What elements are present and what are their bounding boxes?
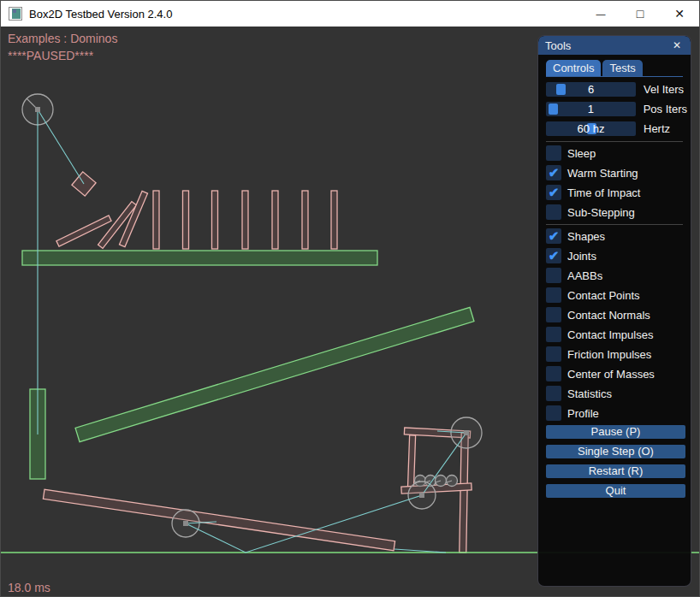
checkbox-label: Profile	[567, 407, 599, 420]
checkbox-label: Contact Impulses	[567, 328, 653, 341]
checkbox-label: AABBs	[567, 269, 602, 282]
app-icon	[9, 7, 22, 21]
slider-row-vel-iters: 6 Vel Iters	[546, 82, 687, 97]
simulation-canvas[interactable]: Examples : Dominos ****PAUSED**** 18.0 m…	[1, 27, 699, 596]
separator	[546, 141, 683, 142]
domino-platform	[22, 251, 377, 265]
static-ramp	[75, 307, 474, 441]
domino[interactable]	[183, 191, 189, 249]
checkbox-label: Friction Impulses	[567, 348, 651, 361]
checkbox-row-contact-points[interactable]: Contact Points	[546, 287, 687, 303]
checkbox[interactable]: ✔	[546, 248, 561, 263]
joint-anchor	[183, 521, 188, 526]
domino[interactable]	[153, 191, 159, 249]
pos-iters-value: 1	[546, 102, 636, 116]
checkbox[interactable]	[546, 405, 561, 421]
checkbox-label: Warm Starting	[567, 167, 638, 180]
checkmark-icon: ✔	[549, 165, 560, 180]
example-label: Examples : Dominos	[8, 32, 117, 45]
checkbox-row-joints[interactable]: ✔ Joints	[546, 248, 687, 263]
os-titlebar: Box2D Testbed Version 2.4.0 — □ ✕	[1, 1, 699, 27]
checkbox-row-center-of-masses[interactable]: Center of Masses	[546, 366, 687, 381]
checkbox-row-statistics[interactable]: Statistics	[546, 386, 687, 401]
domino[interactable]	[331, 191, 337, 249]
checkbox-label: Sub-Stepping	[567, 206, 635, 219]
pause-button[interactable]: Pause (P)	[546, 425, 685, 439]
quit-button[interactable]: Quit	[546, 484, 685, 498]
single-step-button[interactable]: Single Step (O)	[546, 445, 685, 458]
checkbox-row-shapes[interactable]: ✔ Shapes	[546, 228, 687, 244]
checkbox[interactable]	[546, 268, 561, 283]
checkbox-row-time-of-impact[interactable]: ✔ Time of Impact	[546, 185, 687, 200]
checkmark-icon: ✔	[549, 228, 560, 244]
checkbox-row-profile[interactable]: Profile	[546, 405, 687, 421]
checkbox-label: Shapes	[567, 230, 605, 243]
paused-label: ****PAUSED****	[8, 49, 93, 62]
hertz-label: Hertz	[644, 122, 670, 135]
checkbox[interactable]	[546, 204, 561, 220]
tab-tests[interactable]: Tests	[602, 60, 642, 76]
joint-anchor	[419, 493, 424, 498]
tools-panel-title: Tools	[545, 39, 670, 52]
frame-time-label: 18.0 ms	[8, 581, 50, 594]
checkbox-row-sub-stepping[interactable]: Sub-Stepping	[546, 204, 687, 220]
joint-anchor	[464, 430, 469, 435]
checkbox[interactable]	[546, 327, 561, 342]
seesaw-plank[interactable]	[43, 489, 394, 550]
vel-iters-value: 6	[546, 82, 636, 97]
checkbox-label: Statistics	[567, 387, 612, 400]
checkbox[interactable]	[546, 366, 561, 381]
close-button[interactable]: ✕	[660, 1, 699, 27]
domino[interactable]	[272, 191, 278, 249]
vel-iters-slider[interactable]: 6	[546, 82, 636, 97]
app-window: Box2D Testbed Version 2.4.0 — □ ✕	[0, 0, 700, 597]
checkbox-row-contact-impulses[interactable]: Contact Impulses	[546, 327, 687, 342]
checkbox[interactable]	[546, 346, 561, 362]
pos-iters-label: Pos Iters	[644, 103, 687, 115]
checkbox-row-sleep[interactable]: Sleep	[546, 145, 687, 161]
maximize-button[interactable]: □	[620, 1, 660, 27]
tools-panel-titlebar[interactable]: Tools ✕	[538, 36, 691, 55]
tabbar: Controls Tests	[546, 60, 683, 77]
checkbox-row-warm-starting[interactable]: ✔ Warm Starting	[546, 165, 687, 180]
checkbox-label: Sleep	[567, 147, 596, 160]
domino[interactable]	[212, 191, 218, 249]
vel-iters-label: Vel Iters	[644, 83, 684, 96]
checkbox-label: Contact Points	[567, 289, 640, 302]
checkmark-icon: ✔	[549, 185, 560, 200]
slider-row-hertz: 60 hz Hertz	[546, 121, 687, 136]
checkbox-label: Time of Impact	[567, 186, 640, 199]
domino[interactable]	[242, 191, 248, 249]
checkbox[interactable]	[546, 307, 561, 322]
checkbox[interactable]	[546, 145, 561, 161]
checkbox[interactable]: ✔	[546, 185, 561, 200]
checkbox[interactable]	[546, 287, 561, 303]
pos-iters-slider[interactable]: 1	[546, 102, 636, 116]
checkbox-label: Center of Masses	[567, 368, 655, 381]
restart-button[interactable]: Restart (R)	[546, 464, 685, 478]
joint-anchor	[35, 107, 40, 112]
hertz-slider[interactable]: 60 hz	[546, 121, 636, 136]
hertz-value: 60 hz	[546, 121, 636, 136]
joint-line	[38, 109, 84, 184]
checkbox-row-contact-normals[interactable]: Contact Normals	[546, 307, 687, 322]
checkbox-label: Contact Normals	[567, 309, 650, 322]
checkbox-row-aabbs[interactable]: AABBs	[546, 268, 687, 283]
tab-controls[interactable]: Controls	[546, 60, 601, 76]
panel-close-icon[interactable]: ✕	[670, 39, 684, 51]
tools-panel: Tools ✕ Controls Tests 6 Vel Iters	[537, 35, 691, 587]
checkmark-icon: ✔	[549, 248, 560, 263]
checkbox[interactable]: ✔	[546, 165, 561, 180]
checkbox-row-friction-impulses[interactable]: Friction Impulses	[546, 346, 687, 362]
table-long-leg[interactable]	[460, 433, 468, 553]
separator	[546, 224, 683, 225]
checkbox-label: Joints	[567, 250, 596, 263]
checkbox[interactable]	[546, 386, 561, 401]
window-title: Box2D Testbed Version 2.4.0	[29, 8, 172, 21]
checkbox[interactable]: ✔	[546, 228, 561, 244]
domino[interactable]	[302, 191, 308, 249]
slider-row-pos-iters: 1 Pos Iters	[546, 102, 687, 116]
minimize-button[interactable]: —	[581, 1, 620, 27]
